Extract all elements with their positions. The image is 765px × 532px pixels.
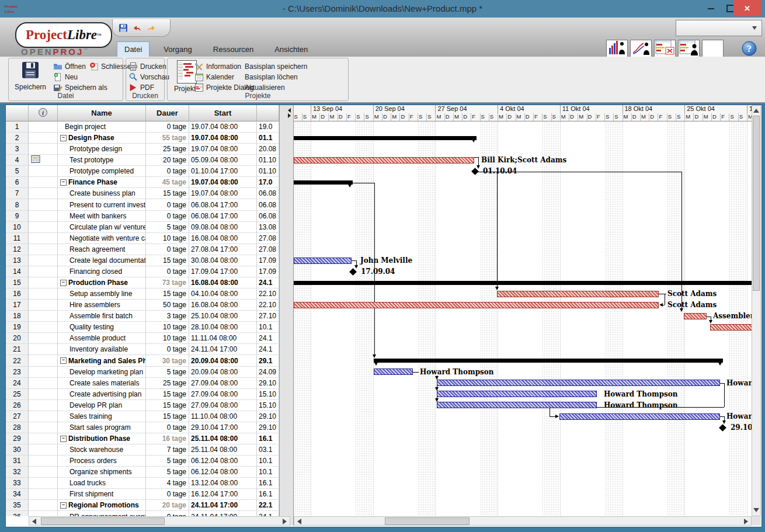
task-row[interactable]: 21Inventory available0 tage24.11.04 17:0…	[6, 344, 279, 355]
gantt-milestone[interactable]	[719, 424, 726, 432]
collapse-icon[interactable]: −	[60, 179, 67, 186]
scroll-left-icon[interactable]	[297, 519, 301, 524]
task-row[interactable]: 23Develop marketing plan5 tage20.09.04 0…	[6, 367, 279, 378]
blank-view-button[interactable]	[702, 40, 724, 58]
collapse-icon[interactable]: −	[60, 502, 67, 509]
scroll-left-icon[interactable]	[32, 519, 36, 524]
gantt-hscroll-thumb[interactable]	[385, 517, 470, 525]
task-row[interactable]: 33Load trucks4 tage13.12.04 08:0016.1	[6, 478, 279, 489]
column-header-Name[interactable]: Name	[58, 105, 146, 121]
information-button[interactable]: Information	[194, 62, 241, 71]
task-row[interactable]: 9Meet with bankers0 tage06.08.04 17:0006…	[6, 211, 279, 222]
calendar-button[interactable]: Kalender	[194, 72, 234, 82]
histogram-view-button[interactable]	[606, 40, 628, 58]
task-row[interactable]: 12Reach agreement0 tage27.08.04 17:0027.…	[6, 244, 279, 255]
scroll-right-icon[interactable]	[744, 519, 748, 524]
collapse-icon[interactable]: −	[60, 436, 67, 442]
open-button[interactable]: Öffnen	[53, 62, 86, 71]
splitter-left-icon[interactable]	[288, 108, 291, 113]
gantt-vscroll-thumb[interactable]	[753, 116, 760, 291]
update-button[interactable]: Aktualisieren	[245, 83, 285, 92]
task-row[interactable]: 14Financing closed0 tage17.09.04 17:0017…	[6, 266, 279, 277]
tab-ansichten[interactable]: Ansichten	[267, 42, 315, 57]
collapse-icon[interactable]: −	[60, 357, 67, 364]
gantt-summary-bar[interactable]	[294, 180, 353, 185]
gantt-summary-bar[interactable]	[374, 359, 723, 363]
gantt-bar[interactable]	[437, 391, 597, 397]
gantt-bar[interactable]	[497, 291, 659, 297]
task-row[interactable]: 28Start sales program0 tage29.10.04 17:0…	[6, 422, 279, 433]
column-header-col5[interactable]	[257, 105, 279, 121]
gantt-bar[interactable]	[294, 157, 474, 164]
minimize-button[interactable]	[701, 0, 721, 17]
task-row[interactable]: 4Test prototype20 tage05.09.04 08:0001.1…	[6, 155, 279, 166]
gantt-summary-bar[interactable]	[294, 136, 477, 140]
task-row[interactable]: 15−Production Phase73 tage16.08.04 08:00…	[6, 277, 279, 288]
scroll-up-icon[interactable]	[753, 109, 759, 113]
column-header-col0[interactable]	[6, 105, 29, 121]
task-usage-view-button[interactable]	[654, 40, 676, 58]
task-row[interactable]: 16Setup assembly line15 tage04.10.04 08:…	[6, 288, 279, 300]
task-table[interactable]: 1Begin project0 tage19.07.04 08:0019.02−…	[6, 121, 279, 516]
column-header-Start[interactable]: Start	[189, 105, 257, 121]
task-row[interactable]: 22−Marketing and Sales Pha30 tage20.09.0…	[6, 355, 279, 366]
task-row[interactable]: 5Prototype completed0 tage01.10.04 17:00…	[6, 166, 279, 177]
gantt-bar[interactable]	[710, 324, 752, 331]
undo-icon[interactable]	[133, 23, 142, 33]
gantt-bar[interactable]	[374, 368, 413, 375]
tab-ressourcen[interactable]: Ressourcen	[206, 42, 260, 57]
gantt-bar[interactable]	[437, 402, 597, 408]
filter-combobox[interactable]	[676, 20, 762, 36]
table-gantt-splitter[interactable]	[279, 105, 294, 526]
gantt-milestone[interactable]	[471, 168, 479, 175]
task-row[interactable]: 24Create sales materials25 tage27.09.04 …	[6, 378, 279, 389]
task-row[interactable]: 18Assemble first batch3 tage25.10.04 08:…	[6, 311, 279, 322]
task-row[interactable]: 11Negotiate with venture cap10 tage16.08…	[6, 233, 279, 244]
column-header-col1[interactable]: i	[29, 105, 58, 121]
gantt-hscrollbar[interactable]	[294, 516, 752, 526]
pdf-button[interactable]: PDF	[128, 83, 154, 92]
task-row[interactable]: 10Circulate plan w/ venture c5 tage09.08…	[6, 222, 279, 233]
gantt-bar[interactable]	[437, 380, 720, 386]
task-row[interactable]: 13Create legal documentation15 tage30.08…	[6, 255, 279, 266]
resource-usage-view-button[interactable]	[678, 40, 700, 58]
task-row[interactable]: 32Organize shipments5 tage06.12.04 08:00…	[6, 467, 279, 478]
table-hscrollbar[interactable]	[29, 516, 290, 526]
task-row[interactable]: 8Present to current investor0 tage06.08.…	[6, 199, 279, 210]
new-button[interactable]: Neu	[53, 72, 78, 82]
redo-icon[interactable]	[147, 23, 156, 33]
help-button[interactable]: ?	[742, 41, 757, 58]
table-hscroll-thumb[interactable]	[41, 517, 165, 525]
task-row[interactable]: 34First shipment0 tage16.12.04 17:0016.1	[6, 489, 279, 500]
collapse-icon[interactable]: −	[60, 280, 67, 286]
task-row[interactable]: 26Develop PR plan15 tage27.09.04 08:0015…	[6, 400, 279, 411]
task-row[interactable]: 6−Finance Phase45 tage19.07.04 08:0017.0	[6, 177, 279, 188]
preview-button[interactable]: Vorschau	[128, 72, 169, 82]
gantt-vscrollbar[interactable]	[752, 105, 761, 516]
task-row[interactable]: 31Process orders5 tage06.12.04 08:0010.1	[6, 455, 279, 467]
collapse-icon[interactable]: −	[60, 135, 67, 141]
column-header-Dauer[interactable]: Dauer	[146, 105, 189, 121]
task-row[interactable]: 27Sales training15 tage11.10.04 08:0029.…	[6, 411, 279, 422]
task-row[interactable]: 1Begin project0 tage19.07.04 08:0019.0	[6, 121, 279, 133]
close-button[interactable]: ✕	[733, 0, 761, 16]
save-button[interactable]: Speichern	[12, 61, 48, 91]
quick-save-icon[interactable]	[119, 23, 128, 33]
task-row[interactable]: 7Create business plan15 tage19.07.04 08:…	[6, 188, 279, 199]
splitter-right-icon[interactable]	[288, 113, 291, 118]
task-row[interactable]: 25Create advertising plan15 tage27.09.04…	[6, 389, 279, 400]
task-row[interactable]: 2−Design Phase55 tage19.07.04 08:0001.1	[6, 133, 279, 144]
gantt-bar[interactable]	[559, 413, 720, 420]
gantt-chart[interactable]: 01.10.0417.09.0429.10.04Bill Kirk;Scott …	[294, 121, 752, 516]
task-row[interactable]: 19Quality testing10 tage28.10.04 08:0010…	[6, 322, 279, 333]
gantt-bar[interactable]	[684, 313, 707, 319]
gantt-bar[interactable]	[294, 302, 659, 308]
task-row[interactable]: 17Hire assemblers50 tage16.08.04 08:0022…	[6, 300, 279, 311]
save-as-button[interactable]: Speichern als	[53, 83, 107, 92]
task-row[interactable]: 36PR announcement event0 tage24.11.04 17…	[6, 511, 279, 516]
save-baseline-button[interactable]: Basisplan speichern	[245, 62, 307, 71]
scroll-right-icon[interactable]	[283, 519, 287, 524]
scroll-down-icon[interactable]	[753, 508, 759, 512]
charts-view-button[interactable]	[630, 40, 652, 58]
clear-baseline-button[interactable]: Basisplan löchen	[245, 72, 298, 82]
